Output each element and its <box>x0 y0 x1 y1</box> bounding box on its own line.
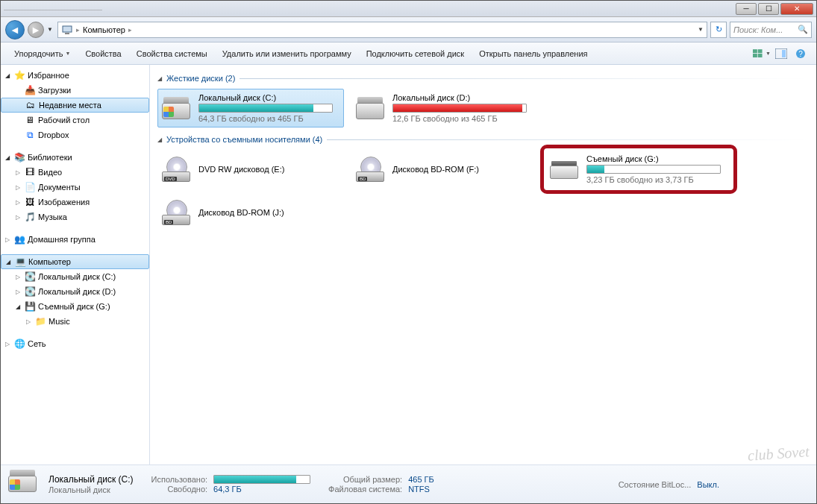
computer-node[interactable]: ◢💻Компьютер <box>1 254 149 269</box>
computer-icon <box>61 24 73 36</box>
recent-icon: 🗂 <box>25 99 37 111</box>
uninstall-button[interactable]: Удалить или изменить программу <box>215 46 359 61</box>
desktop-icon: 🖥 <box>24 114 36 126</box>
documents-icon: 📄 <box>24 181 36 193</box>
usb-drive-icon <box>549 154 580 185</box>
dropbox-icon: ⧉ <box>24 129 36 141</box>
content-pane: ◢Жесткие диски (2) Локальный диск (C:) 6… <box>150 65 816 464</box>
bd-icon: BD <box>355 154 386 185</box>
details-title: Локальный диск (C:) <box>48 474 134 485</box>
sidebar-music[interactable]: ▷🎵Музыка <box>1 210 149 224</box>
help-button[interactable]: ? <box>792 45 810 62</box>
svg-rect-7 <box>782 50 786 57</box>
window-controls: ─ ☐ ✕ <box>736 3 813 15</box>
drive-local-c[interactable]: Локальный диск (C:) 64,3 ГБ свободно из … <box>157 89 344 127</box>
svg-text:?: ? <box>798 50 803 58</box>
details-pane: Локальный диск (C:) Локальный диск Испол… <box>1 464 816 503</box>
details-fs-label: Файловая система: <box>328 485 402 494</box>
sidebar-documents[interactable]: ▷📄Документы <box>1 180 149 195</box>
sidebar-desktop[interactable]: 🖥Рабочий стол <box>1 113 149 127</box>
video-icon: 🎞 <box>24 166 36 178</box>
capacity-bar <box>392 104 527 113</box>
control-panel-button[interactable]: Открыть панель управления <box>472 46 595 61</box>
details-free-value: 64,3 ГБ <box>213 485 310 494</box>
refresh-button[interactable]: ↻ <box>710 22 727 38</box>
favorites-node[interactable]: ◢⭐Избранное <box>1 68 149 83</box>
explorer-window: ———————————— ─ ☐ ✕ ◄ ► ▼ ▸ Компьютер ▸ ▼… <box>0 0 817 504</box>
breadcrumb-separator[interactable]: ▸ <box>128 26 132 34</box>
details-subtitle: Локальный диск <box>48 485 134 494</box>
toolbar: Упорядочить▼ Свойства Свойства системы У… <box>1 42 816 65</box>
sidebar-local-d[interactable]: ▷💽Локальный диск (D:) <box>1 284 149 299</box>
titlebar: ———————————— ─ ☐ ✕ <box>1 1 816 17</box>
network-node[interactable]: ▷🌐Сеть <box>1 336 149 351</box>
drive-free-text: 3,23 ГБ свободно из 3,73 ГБ <box>586 175 728 184</box>
computer-icon: 💻 <box>14 256 26 268</box>
main-area: ◢⭐Избранное 📥Загрузки 🗂Недавние места 🖥Р… <box>1 65 816 464</box>
sidebar-local-c[interactable]: ▷💽Локальный диск (C:) <box>1 269 149 284</box>
capacity-bar <box>198 104 333 113</box>
minimize-button[interactable]: ─ <box>736 3 757 15</box>
hdd-icon <box>161 92 192 124</box>
history-dropdown[interactable]: ▼ <box>47 26 54 33</box>
back-button[interactable]: ◄ <box>5 20 25 40</box>
sidebar-music-folder[interactable]: ▷📁Music <box>1 314 149 329</box>
address-dropdown[interactable]: ▼ <box>698 26 704 33</box>
navigation-pane: ◢⭐Избранное 📥Загрузки 🗂Недавние места 🖥Р… <box>1 65 150 464</box>
drive-local-d[interactable]: Локальный диск (D:) 12,6 ГБ свободно из … <box>351 89 538 127</box>
music-icon: 🎵 <box>24 211 36 223</box>
group-removable[interactable]: ◢Устройства со съемными носителями (4) <box>157 135 809 144</box>
hdd-icon <box>355 92 386 124</box>
details-bitlocker-value: Выкл. <box>697 480 719 489</box>
svg-rect-0 <box>63 26 72 32</box>
breadcrumb-separator[interactable]: ▸ <box>76 26 80 34</box>
system-properties-button[interactable]: Свойства системы <box>129 46 215 61</box>
drive-bd-j[interactable]: BD Дисковод BD-ROM (J:) <box>157 193 344 232</box>
close-button[interactable]: ✕ <box>780 3 813 15</box>
sidebar-pictures[interactable]: ▷🖼Изображения <box>1 195 149 210</box>
drive-label: Дисковод BD-ROM (F:) <box>392 165 534 174</box>
drive-icon: 💽 <box>24 271 36 283</box>
details-total-value: 465 ГБ <box>408 475 434 484</box>
drive-removable-g[interactable]: Съемный диск (G:) 3,23 ГБ свободно из 3,… <box>545 150 732 189</box>
maximize-button[interactable]: ☐ <box>758 3 779 15</box>
preview-pane-button[interactable] <box>772 45 790 62</box>
sidebar-videos[interactable]: ▷🎞Видео <box>1 165 149 180</box>
drive-bd-f[interactable]: BD Дисковод BD-ROM (F:) <box>351 150 538 189</box>
svg-rect-3 <box>758 49 763 53</box>
drive-label: Съемный диск (G:) <box>586 154 728 163</box>
folder-icon: 📁 <box>34 315 46 327</box>
nav-bar: ◄ ► ▼ ▸ Компьютер ▸ ▼ ↻ Поиск: Ком... 🔍 <box>1 17 816 42</box>
libraries-icon: 📚 <box>13 151 25 163</box>
drive-dvd-e[interactable]: DVD DVD RW дисковод (E:) <box>157 150 344 189</box>
homegroup-node[interactable]: ▷👥Домашняя группа <box>1 232 149 247</box>
svg-rect-2 <box>753 49 757 53</box>
details-used-bar <box>213 475 310 484</box>
star-icon: ⭐ <box>13 69 25 81</box>
sidebar-downloads[interactable]: 📥Загрузки <box>1 83 149 98</box>
drive-label: Дисковод BD-ROM (J:) <box>198 208 340 217</box>
group-hard-drives[interactable]: ◢Жесткие диски (2) <box>157 74 809 83</box>
libraries-node[interactable]: ◢📚Библиотеки <box>1 150 149 165</box>
view-options-button[interactable]: ▼ <box>753 45 771 62</box>
network-icon: 🌐 <box>13 338 25 350</box>
drive-free-text: 64,3 ГБ свободно из 465 ГБ <box>198 114 340 123</box>
details-free-label: Свободно: <box>151 485 208 494</box>
sidebar-recent[interactable]: 🗂Недавние места <box>1 98 149 113</box>
window-title: ———————————— <box>4 4 102 13</box>
details-used-label: Использовано: <box>151 475 208 484</box>
map-drive-button[interactable]: Подключить сетевой диск <box>359 46 472 61</box>
forward-button[interactable]: ► <box>28 22 44 38</box>
sidebar-removable-g[interactable]: ◢💾Съемный диск (G:) <box>1 299 149 314</box>
usb-icon: 💾 <box>24 300 36 312</box>
drive-icon: 💽 <box>24 286 36 297</box>
organize-button[interactable]: Упорядочить▼ <box>7 46 78 61</box>
address-bar[interactable]: ▸ Компьютер ▸ ▼ <box>57 22 707 38</box>
hdd-icon <box>8 470 41 500</box>
svg-rect-5 <box>758 54 763 57</box>
search-input[interactable]: Поиск: Ком... 🔍 <box>730 22 812 38</box>
properties-button[interactable]: Свойства <box>78 46 128 61</box>
sidebar-dropbox[interactable]: ⧉Dropbox <box>1 127 149 142</box>
breadcrumb-item[interactable]: Компьютер <box>83 25 125 34</box>
svg-rect-1 <box>65 33 69 34</box>
